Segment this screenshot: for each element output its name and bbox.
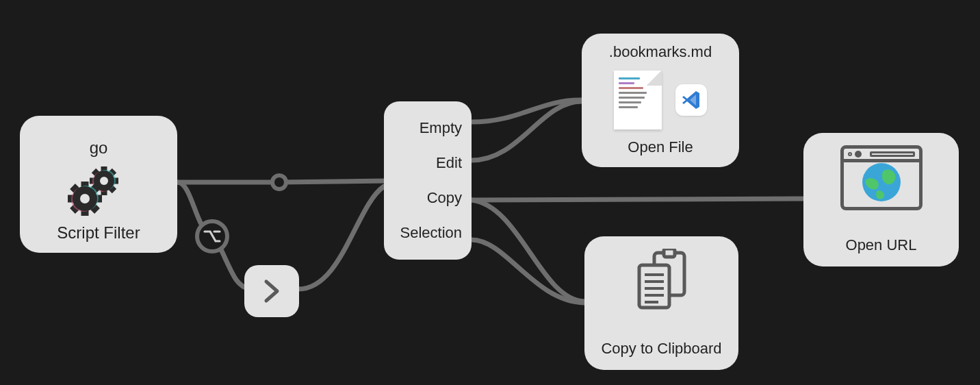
browser-icon bbox=[840, 145, 923, 210]
conditional-option-selection[interactable]: Selection bbox=[384, 216, 472, 250]
script-filter-node[interactable]: go bbox=[20, 116, 177, 253]
globe-icon bbox=[860, 160, 903, 204]
chevron-right-icon bbox=[260, 277, 283, 305]
open-file-filename: .bookmarks.md bbox=[609, 43, 712, 61]
copy-clipboard-label: Copy to Clipboard bbox=[601, 340, 721, 358]
vscode-icon bbox=[675, 84, 707, 116]
document-icon bbox=[614, 71, 662, 129]
copy-clipboard-node[interactable]: Copy to Clipboard bbox=[584, 236, 738, 370]
conditional-node[interactable]: Empty Edit Copy Selection bbox=[384, 101, 472, 260]
open-url-node[interactable]: Open URL bbox=[803, 133, 959, 266]
open-file-node[interactable]: .bookmarks.md Open File bbox=[582, 34, 739, 167]
open-url-label: Open URL bbox=[846, 236, 917, 254]
conditional-option-empty[interactable]: Empty bbox=[384, 111, 472, 145]
script-filter-keyword: go bbox=[90, 138, 108, 158]
conditional-option-copy[interactable]: Copy bbox=[384, 181, 472, 215]
conditional-option-edit[interactable]: Edit bbox=[384, 146, 472, 180]
svg-rect-30 bbox=[664, 249, 675, 257]
modifier-option-node[interactable] bbox=[195, 219, 229, 253]
arg-utility-node[interactable] bbox=[244, 265, 299, 317]
open-file-label: Open File bbox=[628, 138, 693, 156]
connection-junction[interactable] bbox=[270, 173, 288, 191]
svg-point-13 bbox=[100, 177, 108, 185]
script-filter-label: Script Filter bbox=[57, 223, 140, 243]
clipboard-icon bbox=[631, 249, 693, 317]
workflow-canvas[interactable]: go bbox=[0, 0, 980, 385]
svg-point-27 bbox=[80, 194, 90, 203]
gears-icon bbox=[64, 163, 133, 218]
option-key-icon bbox=[203, 227, 222, 246]
